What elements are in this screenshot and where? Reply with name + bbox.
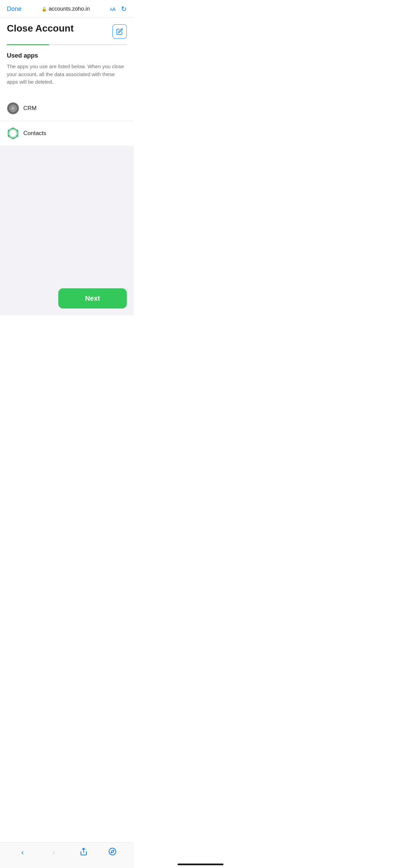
big-a: A: [112, 6, 116, 12]
header-top: Close Account: [7, 23, 127, 41]
done-button[interactable]: Done: [7, 5, 22, 13]
empty-content-area: [0, 146, 134, 283]
progress-bar: [7, 44, 127, 45]
crm-icon: [7, 102, 19, 114]
contacts-app-icon: [7, 127, 19, 140]
apps-list: CRM Contacts: [0, 96, 134, 146]
contacts-icon: [7, 127, 19, 140]
browser-bar: Done 🔒 accounts.zoho.in AA ↻: [0, 0, 134, 17]
page-title: Close Account: [7, 23, 74, 37]
app-item-contacts: Contacts: [0, 121, 134, 146]
used-apps-section: Used apps The apps you use are listed be…: [0, 45, 134, 96]
next-button-area: Next: [0, 283, 134, 315]
refresh-button[interactable]: ↻: [121, 5, 127, 13]
crm-app-icon: [7, 102, 19, 114]
page-header: Close Account: [0, 17, 134, 45]
edit-icon-button[interactable]: [112, 24, 127, 39]
url-text: accounts.zoho.in: [49, 6, 90, 12]
app-item-crm: CRM: [0, 96, 134, 121]
crm-app-name: CRM: [23, 105, 37, 112]
lock-icon: 🔒: [41, 7, 47, 12]
next-button[interactable]: Next: [58, 288, 127, 309]
svg-point-2: [11, 107, 15, 110]
url-bar[interactable]: 🔒 accounts.zoho.in: [41, 6, 90, 12]
contacts-app-name: Contacts: [23, 130, 46, 137]
svg-marker-4: [10, 129, 16, 137]
section-title: Used apps: [7, 52, 127, 59]
aa-button[interactable]: AA: [110, 6, 116, 12]
progress-fill: [7, 44, 49, 45]
browser-controls: AA ↻: [110, 5, 127, 13]
edit-icon: [116, 28, 123, 35]
section-description: The apps you use are listed below. When …: [7, 63, 127, 86]
